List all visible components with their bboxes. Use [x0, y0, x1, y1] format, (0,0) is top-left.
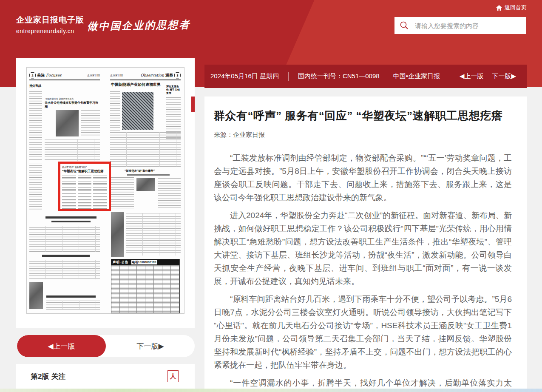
- headline-bar: [45, 216, 96, 219]
- notice-label: 声明·公告: [113, 260, 129, 264]
- text-filler: [110, 177, 134, 210]
- back-to-home-label: 返回首页: [505, 4, 527, 11]
- text-filler: [29, 260, 100, 279]
- left-panel: 2 关注 Focuses 企业家日报 挑灯夜战 明确形势任务 凝聚力量抓落实 天…: [16, 58, 195, 328]
- site-slogan: 做中国企业的思想者: [87, 18, 191, 33]
- tall-photo: [111, 212, 124, 257]
- thumbnail-scrollbar[interactable]: [191, 97, 195, 112]
- article-highlight-box[interactable]: 群众有“呼声” 服务有“回应” “华塑夜坛”速解职工思想疙瘩: [58, 162, 111, 211]
- article-source: 来源：企业家日报: [214, 131, 512, 139]
- highlight-text-filler: [62, 176, 107, 209]
- headline-bar: [51, 221, 91, 222]
- text-filler: [29, 164, 42, 211]
- notice-phone: 电话13308082189: [131, 260, 157, 264]
- headline-bar: [46, 295, 96, 298]
- left-page-masthead: 企业家日报: [87, 74, 100, 77]
- bottom-photo: [29, 282, 43, 309]
- right-page-section-en: Observation: [140, 73, 164, 77]
- site-domain: entrepreneurdaily.cn: [16, 28, 84, 34]
- issue-number: 国内统一刊号：CN51—0098: [298, 72, 380, 80]
- left-page-header: 2 关注 Focuses 企业家日报: [29, 71, 100, 80]
- notice-ads-block: 声明·公告 电话13308082189: [111, 259, 180, 313]
- page-list-card[interactable]: 第2版 关注 人: [16, 364, 195, 389]
- issue-bar-divider: [288, 72, 289, 81]
- mid-headline: “新质迸发”助“高位攀登”: [125, 169, 180, 173]
- text-filler: [45, 139, 100, 161]
- subheadline-bar: [127, 174, 170, 176]
- right-page-section-cn: 观察: [165, 73, 173, 78]
- left-page-number-badge: 2: [29, 72, 36, 79]
- text-filler: [29, 226, 100, 252]
- search-box: [394, 17, 526, 34]
- article-paragraph: “原料车间距离站台好几百米，遇到下雨乘车十分不便，望公司予以考虑。”5月6日晚7…: [214, 293, 512, 372]
- solar-panels-photo: [122, 92, 153, 130]
- page-card-label: 第2版 关注: [31, 372, 65, 381]
- thumbnail-right-page: 企业家日报 Observation 观察 3 中国新能源产业如何造福世界 深化互…: [110, 71, 181, 310]
- pdf-icon[interactable]: 人: [167, 370, 179, 382]
- right-page-header: 企业家日报 Observation 观察 3: [110, 71, 181, 80]
- highlight-headline-line2: “华塑夜坛”速解职工思想疙瘩: [62, 169, 107, 173]
- next-page-link[interactable]: 下一版▶: [492, 72, 516, 80]
- meeting-photo: [56, 110, 79, 136]
- text-filler: [158, 178, 181, 210]
- site-logo[interactable]: 企业家日报电子版 entrepreneurdaily.cn: [16, 14, 84, 34]
- headline-bar: [42, 255, 90, 257]
- paper-name: 中国•企业家日报: [393, 72, 440, 80]
- text-filler: [46, 301, 100, 310]
- issue-date: 2024年05月16日 星期四: [210, 72, 279, 80]
- text-filler: [110, 132, 181, 167]
- article-panel: 群众有“呼声” 服务有“回应” “华塑夜坛”速解职工思想疙瘩 来源：企业家日报 …: [204, 97, 527, 392]
- left-page-kicker: 明确形势任务 凝聚力量抓落实: [45, 97, 100, 100]
- article-title: 群众有“呼声” 服务有“回应” “华塑夜坛”速解职工思想疙瘩: [214, 108, 512, 123]
- right-page-masthead: 企业家日报: [110, 74, 123, 77]
- left-column-headline: 挑灯夜战: [29, 84, 43, 88]
- ads-grid-filler: [111, 265, 179, 313]
- left-page-headline: 天水分公司持续抓实形势任务教育学习热潮: [45, 101, 100, 108]
- article-paragraph: 进入2024年，华塑股份全力奔赴“二次创业”的新征程。面对新赛道、新布局、新挑战…: [214, 209, 512, 288]
- site-title: 企业家日报电子版: [16, 14, 84, 26]
- prev-page-button[interactable]: ◀上一版: [17, 335, 106, 357]
- highlight-headline-line1: 群众有“呼声” 服务有“回应”: [62, 166, 107, 168]
- back-to-home-link[interactable]: 返回首页: [496, 4, 527, 11]
- article-body: “工装发放标准调剂由经管部制定，物资部配合采购。”“‘五一’劳动奖章问题，工会与…: [214, 151, 512, 392]
- left-page-section-cn: 关注: [37, 73, 45, 78]
- text-filler: [81, 110, 100, 136]
- right-page-number-badge: 3: [174, 72, 181, 79]
- home-icon: [496, 5, 502, 11]
- text-filler: [126, 213, 181, 256]
- page-nav-pill: ◀上一版 下一版▶: [17, 335, 195, 357]
- article-paragraph: “工装发放标准调剂由经管部制定，物资部配合采购。”“‘五一’劳动奖章问题，工会与…: [214, 151, 512, 204]
- text-filler: [29, 90, 42, 161]
- left-page-section-en: Focuses: [46, 73, 62, 77]
- footer-gradient-strip: [0, 389, 542, 392]
- issue-info-bar: 2024年05月16日 星期四 国内统一刊号：CN51—0098 中国•企业家日…: [204, 65, 527, 88]
- next-page-button[interactable]: 下一版▶: [106, 335, 195, 357]
- newspaper-thumbnail[interactable]: 2 关注 Focuses 企业家日报 挑灯夜战 明确形势任务 凝聚力量抓落实 天…: [26, 67, 184, 314]
- small-photo: [136, 178, 155, 191]
- prev-page-link[interactable]: ◀上一版: [460, 72, 484, 80]
- search-input[interactable]: [414, 17, 526, 34]
- search-icon[interactable]: [400, 21, 409, 30]
